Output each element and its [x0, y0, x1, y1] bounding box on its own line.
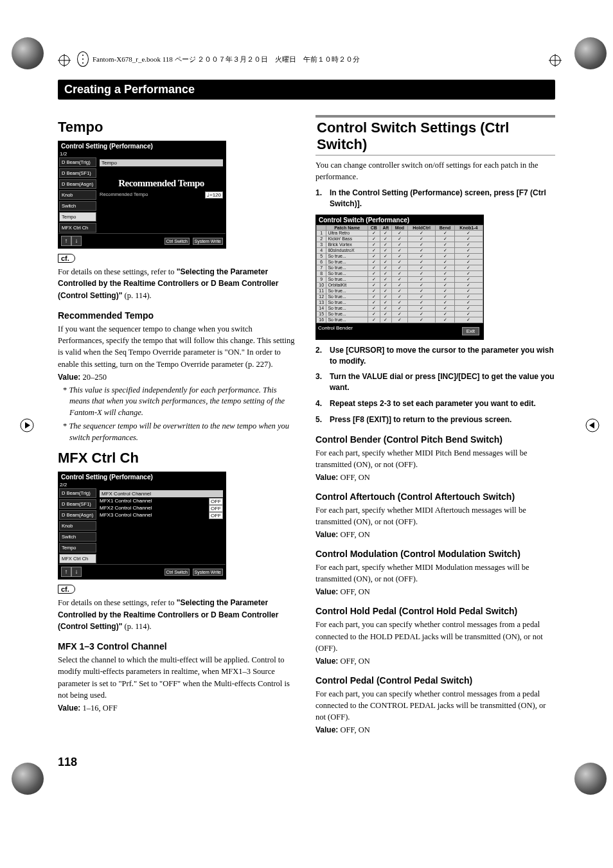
check-cell: ✓ — [454, 305, 483, 311]
check-cell: ✓ — [380, 253, 391, 259]
table-header: Aft — [380, 225, 391, 230]
check-cell: ✓ — [391, 299, 407, 305]
ref-prefix: For details on these settings, refer to — [58, 598, 177, 607]
ctrl-switch-intro: You can change controller switch on/off … — [315, 159, 555, 182]
check-cell: ✓ — [368, 242, 380, 247]
check-cell: ✓ — [436, 305, 454, 311]
tempo-reference: For details on these settings, refer to … — [58, 266, 298, 301]
check-cell: ✓ — [380, 299, 391, 305]
table-row: 6So true...✓✓✓✓✓✓ — [317, 259, 483, 265]
mfx-reference: For details on these settings, refer to … — [58, 597, 298, 632]
value-label: Value: — [58, 373, 80, 382]
check-cell: ✓ — [407, 276, 436, 282]
check-cell: ✓ — [391, 253, 407, 259]
check-cell: ✓ — [436, 253, 454, 259]
mfx-row-label: MFX3 Control Channel — [100, 512, 152, 518]
check-cell: ✓ — [436, 270, 454, 276]
check-cell: ✓ — [368, 247, 380, 253]
check-cell: ✓ — [380, 265, 391, 270]
ctrl-switch-table: Patch NameCBAftModHoldCtrlBendKnob1-4 1U… — [316, 225, 483, 323]
right-column: Control Switch Settings (Ctrl Switch) Yo… — [315, 112, 555, 736]
control-bender-label: Control Bender — [318, 325, 353, 331]
param-value: Value: OFF, ON — [315, 657, 555, 666]
check-cell: ✓ — [380, 236, 391, 242]
mfx-row-value: OFF — [209, 505, 223, 512]
patch-name: So true... — [326, 288, 368, 294]
check-cell: ✓ — [380, 270, 391, 276]
row-num: 1 — [317, 230, 326, 236]
table-row: 1Ultra Retro✓✓✓✓✓✓ — [317, 230, 483, 236]
check-cell: ✓ — [380, 294, 391, 299]
check-cell: ✓ — [391, 305, 407, 311]
step-number: 1. — [315, 188, 330, 209]
sidetab: D Beam(Trig) — [59, 488, 96, 498]
mfx-row-label: MFX2 Control Channel — [100, 505, 152, 511]
step-text: Repeat steps 2-3 to set each parameter y… — [330, 398, 536, 409]
step-text: Turn the VALUE dial or press [INC]/[DEC]… — [330, 371, 555, 393]
step-text: Press [F8 (EXIT)] to return to the previ… — [330, 414, 511, 425]
check-cell: ✓ — [391, 265, 407, 270]
row-num: 2 — [317, 236, 326, 242]
table-row: 480sIndustroX✓✓✓✓✓✓ — [317, 247, 483, 253]
patch-name: So true... — [326, 311, 368, 317]
table-row: 12So true...✓✓✓✓✓✓ — [317, 294, 483, 299]
param-body: For each part, you can specify whether c… — [315, 619, 555, 653]
screenshot-title: Control Setting (Performance) — [58, 141, 226, 151]
param-name: Recommended Tempo — [100, 191, 148, 197]
row-num: 15 — [317, 311, 326, 317]
sidetab: D Beam(Trig) — [59, 157, 96, 167]
recommended-tempo-value: Value: 20–250 — [58, 373, 298, 382]
param-heading: Control Bender (Control Pitch Bend Switc… — [315, 434, 555, 445]
row-num: 8 — [317, 270, 326, 276]
check-cell: ✓ — [407, 265, 436, 270]
check-cell: ✓ — [454, 317, 483, 323]
steps-list: 1.In the Control Setting (Performance) s… — [315, 188, 555, 209]
check-cell: ✓ — [391, 282, 407, 288]
check-cell: ✓ — [368, 230, 380, 236]
check-cell: ✓ — [436, 230, 454, 236]
step-number: 3. — [315, 371, 330, 393]
table-row: 3Brick Vortex✓✓✓✓✓✓ — [317, 242, 483, 247]
binding-icon — [77, 51, 89, 67]
patch-name: OrbitalKit — [326, 282, 368, 288]
content-title: MFX Control Channel — [100, 490, 223, 497]
param-heading: Control Modulation (Control Modulation S… — [315, 549, 555, 559]
table-header: Mod — [391, 225, 407, 230]
patch-name: So true... — [326, 294, 368, 299]
check-cell: ✓ — [407, 230, 436, 236]
row-num: 14 — [317, 305, 326, 311]
check-cell: ✓ — [391, 276, 407, 282]
check-cell: ✓ — [380, 305, 391, 311]
table-row: 11So true...✓✓✓✓✓✓ — [317, 288, 483, 294]
row-num: 6 — [317, 259, 326, 265]
check-cell: ✓ — [407, 317, 436, 323]
table-header: CB — [368, 225, 380, 230]
value-text: OFF, ON — [338, 473, 369, 482]
check-cell: ✓ — [391, 230, 407, 236]
row-num: 11 — [317, 288, 326, 294]
param-heading: Control Hold Pedal (Control Hold Pedal S… — [315, 606, 555, 616]
check-cell: ✓ — [454, 259, 483, 265]
check-cell: ✓ — [368, 253, 380, 259]
book-header-text: Fantom-X678_r_e.book 118 ページ ２００７年３月２０日 … — [93, 55, 360, 64]
left-column: Tempo Control Setting (Performance) 1/2 … — [58, 112, 298, 736]
patch-name: So true... — [326, 299, 368, 305]
check-cell: ✓ — [454, 247, 483, 253]
check-cell: ✓ — [436, 265, 454, 270]
step-item: 1.In the Control Setting (Performance) s… — [315, 188, 555, 209]
check-cell: ✓ — [380, 247, 391, 253]
table-row: 5So true...✓✓✓✓✓✓ — [317, 253, 483, 259]
table-row: 13So true...✓✓✓✓✓✓ — [317, 299, 483, 305]
nav-arrows-icon: ↑↓ — [61, 236, 82, 246]
tempo-screenshot: Control Setting (Performance) 1/2 D Beam… — [58, 141, 226, 249]
footer-btn: Ctrl Switch — [164, 238, 190, 245]
patch-name: 80sIndustroX — [326, 247, 368, 253]
mfx-row-value: OFF — [209, 512, 223, 519]
check-cell: ✓ — [454, 311, 483, 317]
sidetab: Tempo — [59, 543, 96, 553]
sidetab: Switch — [59, 201, 96, 211]
screenshot-title: Control Switch (Performance) — [316, 215, 483, 225]
param-value: Value: OFF, ON — [315, 473, 555, 483]
ref-suffix: (p. 114). — [122, 622, 151, 631]
book-header-line: Fantom-X678_r_e.book 118 ページ ２００７年３月２０日 … — [77, 51, 555, 67]
